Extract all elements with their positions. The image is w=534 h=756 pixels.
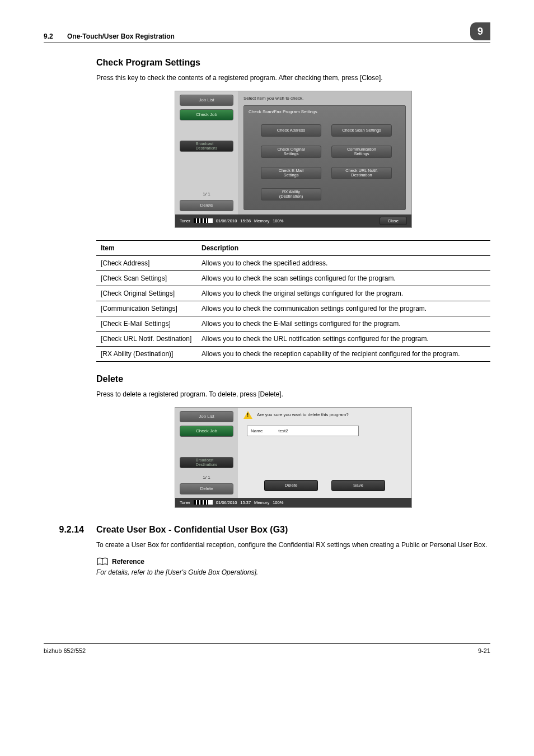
col-description: Description <box>197 240 490 255</box>
book-icon <box>96 557 109 566</box>
table-row: [Check Original Settings]Allows you to c… <box>96 286 490 301</box>
table-row: [RX Ability (Destination)]Allows you to … <box>96 346 490 361</box>
screenshot-delete-confirm: Job List Check Job Broadcast Destination… <box>175 407 412 508</box>
header-section-title: One-Touch/User Box Registration <box>67 32 175 40</box>
shot2-memory-value: 100% <box>273 500 283 505</box>
cell-item: [RX Ability (Destination)] <box>96 346 197 361</box>
name-label: Name <box>251 428 263 433</box>
toner-label: Toner <box>180 500 190 505</box>
subsection-body: To create a User Box for confidential re… <box>96 540 490 550</box>
check-program-settings-title: Check Program Settings <box>96 58 490 68</box>
shot1-date: 01/06/2010 <box>216 218 237 223</box>
check-job-button[interactable]: Check Job <box>180 109 233 120</box>
shot2-pager: 1/ 1 <box>180 475 233 480</box>
page-header: 9.2 One-Touch/User Box Registration 9 <box>44 22 490 43</box>
cell-item: [Communication Settings] <box>96 301 197 316</box>
settings-description-table: Item Description [Check Address]Allows y… <box>96 240 490 362</box>
shot2-memory-label: Memory <box>254 500 269 505</box>
rx-ability-button[interactable]: RX Ability (Destination) <box>261 188 321 200</box>
cell-desc: Allows you to check the communication se… <box>197 301 490 316</box>
header-left: 9.2 One-Touch/User Box Registration <box>44 32 175 40</box>
shot2-status-bar: Toner 01/06/2010 15:37 Memory 100% <box>175 498 411 507</box>
check-program-settings-body: Press this key to check the contents of … <box>96 73 490 83</box>
cell-desc: Allows you to check the reception capabi… <box>197 346 490 361</box>
footer-left: bizhub 652/552 <box>44 647 86 654</box>
shot2-time: 15:37 <box>240 500 251 505</box>
table-row: [Communication Settings]Allows you to ch… <box>96 301 490 316</box>
header-right: 9 <box>470 22 490 40</box>
check-scan-settings-button[interactable]: Check Scan Settings <box>331 124 392 137</box>
table-row: [Check Address]Allows you to check the s… <box>96 255 490 270</box>
shot2-left-panel: Job List Check Job Broadcast Destination… <box>175 408 238 498</box>
reference-text: For details, refer to the [User's Guide … <box>96 568 490 576</box>
cell-desc: Allows you to check the original setting… <box>197 286 490 301</box>
shot1-left-panel: Job List Check Job Broadcast Destination… <box>175 91 238 214</box>
shot1-delete-button[interactable]: Delete <box>180 200 233 211</box>
toner-label: Toner <box>180 218 190 223</box>
delete-body: Press to delete a registered program. To… <box>96 390 490 399</box>
check-original-settings-button[interactable]: Check Original Settings <box>261 146 321 158</box>
check-url-notif-button[interactable]: Check URL Notif. Destination <box>331 167 392 179</box>
col-item: Item <box>96 240 197 255</box>
check-address-button[interactable]: Check Address <box>261 124 321 137</box>
shot1-panel: Check Scan/Fax Program Settings Check Ad… <box>243 105 406 210</box>
cell-desc: Allows you to check the scan settings co… <box>197 270 490 286</box>
screenshot-check-program: Job List Check Job Broadcast Destination… <box>175 91 412 228</box>
shot1-pager: 1/ 1 <box>180 192 233 197</box>
header-section-number: 9.2 <box>44 32 53 40</box>
broadcast-destinations-button[interactable]: Broadcast Destinations <box>180 141 233 152</box>
shot1-memory-value: 100% <box>273 218 283 223</box>
cell-item: [Check E-Mail Settings] <box>96 316 197 331</box>
table-row: [Check URL Notif. Destination]Allows you… <box>96 331 490 346</box>
subsection-header: 9.2.14 Create User Box - Confidential Us… <box>44 525 490 535</box>
save-button[interactable]: Save <box>331 480 385 491</box>
table-row: [Check Scan Settings]Allows you to check… <box>96 270 490 286</box>
confirm-message: Are you sure you want to delete this pro… <box>257 412 349 417</box>
footer-right: 9-21 <box>478 647 490 654</box>
program-name-box: Name test2 <box>247 426 359 436</box>
shot1-status-bar: Toner 01/06/2010 15:36 Memory 100% Close <box>175 214 411 227</box>
shot2-left-delete-button[interactable]: Delete <box>180 483 233 494</box>
toner-gauge-icon <box>194 500 213 505</box>
name-value: test2 <box>278 428 288 433</box>
job-list-button[interactable]: Job List <box>180 95 233 106</box>
job-list-button[interactable]: Job List <box>180 411 233 422</box>
broadcast-destinations-button[interactable]: Broadcast Destinations <box>180 457 233 468</box>
page-footer: bizhub 652/552 9-21 <box>44 643 490 654</box>
check-email-settings-button[interactable]: Check E-Mail Settings <box>261 167 321 179</box>
reference-label: Reference <box>112 558 144 566</box>
subsection-number: 9.2.14 <box>44 525 84 535</box>
cell-desc: Allows you to check the specified addres… <box>197 255 490 270</box>
warning-icon: ! <box>243 411 252 419</box>
warning-row: ! Are you sure you want to delete this p… <box>243 411 406 419</box>
cell-item: [Check Address] <box>96 255 197 270</box>
cell-desc: Allows you to check the URL notification… <box>197 331 490 346</box>
chapter-badge: 9 <box>470 22 490 40</box>
shot1-time: 15:36 <box>240 219 251 223</box>
table-header-row: Item Description <box>96 240 490 255</box>
toner-gauge-icon <box>194 218 213 223</box>
cell-item: [Check URL Notif. Destination] <box>96 331 197 346</box>
cell-desc: Allows you to check the E-Mail settings … <box>197 316 490 331</box>
table-row: [Check E-Mail Settings]Allows you to che… <box>96 316 490 331</box>
close-button[interactable]: Close <box>380 217 407 225</box>
shot1-memory-label: Memory <box>254 218 269 223</box>
reference-row: Reference <box>96 557 490 566</box>
delete-title: Delete <box>96 374 490 384</box>
cell-item: [Check Original Settings] <box>96 286 197 301</box>
shot1-panel-title: Check Scan/Fax Program Settings <box>249 109 401 114</box>
shot1-message: Select item you wish to check. <box>243 96 406 101</box>
subsection-title: Create User Box - Confidential User Box … <box>96 525 288 535</box>
check-job-button[interactable]: Check Job <box>180 426 233 437</box>
cell-item: [Check Scan Settings] <box>96 270 197 286</box>
communication-settings-button[interactable]: Communication Settings <box>331 146 392 158</box>
delete-button[interactable]: Delete <box>264 480 318 491</box>
shot2-date: 01/06/2010 <box>216 500 237 505</box>
